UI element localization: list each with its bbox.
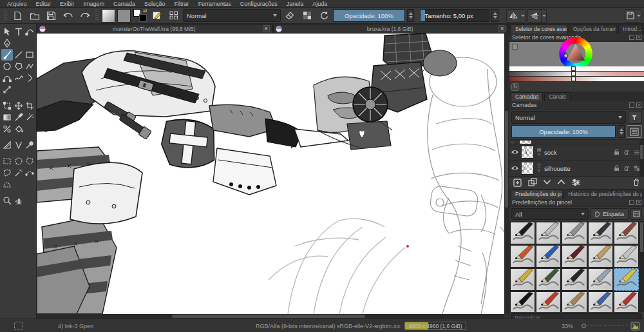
mirror-vertical-button[interactable] [527, 9, 547, 23]
delete-layer-button[interactable] [632, 178, 640, 188]
float-dock-icon[interactable] [629, 35, 634, 40]
blend-mode-dropdown[interactable]: Normal [183, 9, 281, 22]
undo-button[interactable] [61, 9, 75, 23]
toolbar-grip[interactable] [4, 10, 7, 21]
tool-bezier-curve-icon[interactable] [1, 72, 13, 84]
dock-resize-handle[interactable]: ······ [570, 85, 584, 91]
tool-ellipse-icon[interactable] [1, 61, 13, 72]
add-layer-button[interactable] [513, 179, 522, 187]
brush-preset-fineliner[interactable] [562, 268, 587, 291]
layer-expand-icons[interactable]: ▽˅ [536, 164, 542, 173]
zoom-slider[interactable] [582, 319, 628, 332]
brush-preset-ink-brush[interactable] [510, 222, 535, 244]
lock-icon[interactable] [614, 165, 620, 171]
tab-advanced-color-selector[interactable]: Seletor de cores avan... [511, 24, 567, 34]
tool-pan-icon[interactable] [13, 195, 24, 206]
menu-item[interactable]: Arquivo [3, 1, 32, 7]
color-history-strip-1[interactable] [509, 66, 644, 72]
tab-brush-presets[interactable]: Predefinições do pi... [511, 190, 562, 199]
brush-preset-nib-pen[interactable] [510, 291, 535, 312]
strip-marker[interactable] [571, 77, 576, 81]
layer-list-scrollbar[interactable] [639, 140, 644, 176]
float-dock-icon[interactable] [629, 103, 634, 108]
brush-size-spinner[interactable] [491, 9, 498, 22]
document-tab-monsteronthewall[interactable]: monsterOnTheWall.kra (99,8 MiB) ✕ [37, 24, 272, 34]
strip-marker[interactable] [571, 66, 576, 71]
zoom-slider-knob[interactable] [582, 324, 586, 328]
canvas-horizontal-scrollbar[interactable] [37, 314, 504, 318]
layer-properties-button[interactable] [571, 179, 581, 188]
layer-blend-mode-dropdown[interactable]: Normal [511, 111, 626, 124]
tab-preset-history[interactable]: Histórico de predefinições do pin... [564, 190, 643, 199]
save-incremental-button[interactable] [625, 9, 641, 23]
color-history-strip-2[interactable] [509, 72, 644, 77]
brush-preset-pen-blue[interactable] [588, 291, 613, 312]
visibility-eye-icon[interactable] [511, 149, 519, 155]
layer-row-silhouette[interactable]: ∕ ▽˅ silhouette α [509, 161, 644, 176]
document-tab-bruxa[interactable]: bruxa.kra (1,6 GiB) ✕ [273, 24, 509, 34]
menu-item[interactable]: Ferramentas [194, 1, 236, 7]
color-history-strip-3[interactable] [509, 77, 644, 82]
brush-preset-wood-stick[interactable] [562, 291, 587, 312]
preserve-alpha-button[interactable] [299, 9, 314, 23]
menu-item[interactable]: Configurações [236, 1, 282, 7]
brush-preset-pen-silver[interactable] [614, 245, 639, 268]
alpha-lock-icon[interactable]: α [624, 164, 629, 173]
tool-polygon-icon[interactable] [13, 61, 24, 72]
tool-smart-patch-icon[interactable] [24, 112, 35, 123]
tool-measure-angle-icon[interactable] [13, 139, 24, 151]
tool-assistants-icon[interactable] [1, 139, 13, 151]
tool-move-icon[interactable] [13, 100, 24, 112]
float-dock-icon[interactable] [629, 200, 634, 205]
background-color[interactable] [139, 14, 147, 22]
tool-similar-select-icon[interactable] [13, 167, 24, 179]
brush-editor-button[interactable] [149, 9, 164, 23]
save-button[interactable] [44, 9, 59, 23]
layer-row-sock[interactable]: ∖ ▤˅ sock α [509, 144, 644, 161]
layer-expand-icons[interactable]: ▤˅ [536, 148, 542, 157]
layer-filter-button[interactable] [628, 111, 642, 124]
workspace-chooser-button[interactable] [166, 9, 181, 23]
brush-preset-brush-red[interactable] [536, 291, 561, 312]
menu-item[interactable]: Ajuda [308, 1, 332, 7]
brush-preset-brush-orange[interactable] [510, 245, 535, 268]
tool-line-icon[interactable] [13, 49, 24, 61]
brush-preset-marker-yellow[interactable] [614, 268, 639, 291]
tool-freehand-select-icon[interactable] [1, 167, 13, 179]
eraser-mode-button[interactable] [283, 9, 298, 23]
mirror-horizontal-options[interactable] [520, 10, 525, 22]
tool-magnetic-select-icon[interactable] [24, 167, 35, 179]
tool-freehand-path-icon[interactable] [13, 72, 24, 84]
tool-zoom-icon[interactable] [1, 195, 13, 206]
strip-marker[interactable] [571, 72, 576, 76]
close-dock-icon[interactable]: × [636, 35, 641, 40]
brush-preset-pencil-stub-yellow[interactable] [510, 268, 535, 291]
menu-item[interactable]: Imagem [79, 1, 109, 7]
tool-dynamic-brush-icon[interactable] [24, 72, 35, 84]
tool-select-shapes-icon[interactable] [1, 26, 13, 37]
brush-size-slider[interactable]: Tamanho: 5,00 px [420, 9, 489, 22]
close-tab-icon[interactable]: ✕ [263, 25, 270, 32]
tool-edit-shapes-icon[interactable] [24, 26, 35, 37]
tool-gradient-icon[interactable] [1, 112, 13, 123]
alpha-lock-icon[interactable]: α [624, 148, 629, 157]
menu-item[interactable]: Filtrar [170, 1, 194, 7]
gradient-swatch[interactable] [102, 9, 115, 23]
tool-text-icon[interactable] [13, 26, 24, 37]
close-dock-icon[interactable]: × [636, 200, 641, 205]
redo-button[interactable] [77, 9, 92, 23]
tab-channels[interactable]: Canais [544, 92, 570, 101]
opacity-spinner[interactable] [407, 9, 414, 22]
tool-reference-images-icon[interactable] [24, 139, 35, 151]
tool-crop-icon[interactable] [24, 100, 35, 112]
menu-item[interactable]: Seleção [140, 1, 170, 7]
brush-preset-pencil-soft[interactable] [536, 222, 561, 244]
open-document-button[interactable] [27, 9, 42, 23]
brush-preset-pencil-blue[interactable] [536, 245, 561, 268]
tab-tool-options[interactable]: Opções da ferram... [569, 24, 618, 34]
brush-preset-ink-pen[interactable] [588, 222, 613, 244]
selection-mode-icon[interactable] [14, 319, 23, 332]
tool-ellipse-select-icon[interactable] [13, 155, 24, 167]
move-layer-up-button[interactable] [557, 179, 565, 186]
tool-polygon-select-icon[interactable] [24, 155, 35, 167]
